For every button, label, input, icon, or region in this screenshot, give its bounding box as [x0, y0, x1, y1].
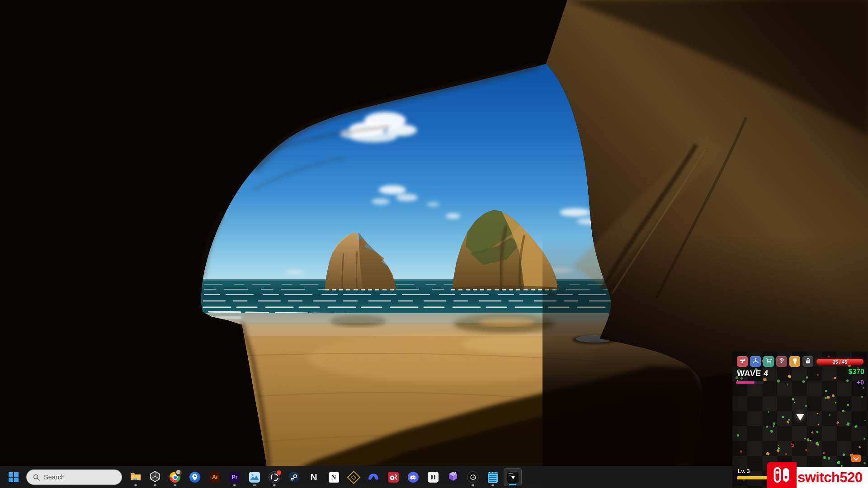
taskbar-app-diamond-app[interactable] [344, 468, 363, 486]
level-label: Lv. 3 [738, 468, 750, 474]
pickup-gold [810, 440, 811, 441]
enemy-green [788, 418, 790, 421]
enemy-green [816, 431, 819, 433]
enemy-green [825, 397, 827, 399]
nordvpn-icon [368, 470, 379, 484]
health-bar: 35 / 45 [816, 359, 863, 365]
pickup-gold [827, 396, 830, 399]
enemy-green [766, 425, 769, 428]
enemy-green [816, 441, 819, 445]
enemy-red [817, 374, 819, 376]
taskbar-app-gift-app[interactable] [444, 468, 462, 486]
running-indicator [509, 484, 516, 485]
watermark: switch520 [767, 462, 868, 488]
enemy-green [823, 456, 826, 459]
enemy-green [805, 405, 807, 407]
adobe-pr-icon: Pr [229, 472, 240, 483]
nintendo-switch-logo-icon [767, 462, 797, 488]
taskbar-app-obs-studio[interactable] [265, 468, 283, 486]
game-toolbar-upgrades-button[interactable] [750, 356, 761, 367]
red-disc-icon [388, 472, 399, 483]
pickup-gold [831, 394, 835, 398]
taskbar-app-notion[interactable]: N [325, 468, 343, 486]
enemy-green [846, 422, 850, 426]
game-toolbar-skills-button[interactable] [776, 356, 787, 367]
enemy-green [782, 416, 784, 418]
unity-icon [467, 471, 479, 483]
pickup-gold [833, 377, 836, 380]
running-indicator [233, 484, 236, 486]
enemy-red [740, 450, 742, 453]
enemy-green [807, 438, 810, 441]
enemy-green [861, 395, 863, 398]
running-indicator [472, 484, 474, 486]
currency-value: $370 [848, 368, 864, 376]
chevron-down-icon[interactable] [851, 455, 861, 462]
taskbar-app-nordvpn[interactable] [364, 468, 382, 486]
purple-box-icon [447, 470, 459, 484]
game-overlay-window[interactable]: 5 35 / 45 $370 +0 WAVE 4 Lv. 3 switch520 [732, 352, 868, 488]
taskbar-app-illustrator[interactable]: Ai [206, 468, 224, 486]
taskbar-app-n-app[interactable]: N [305, 468, 323, 486]
taskbar-app-chrome[interactable] [166, 468, 184, 486]
enemy-green [842, 410, 844, 413]
taskbar-app-discord[interactable] [404, 468, 422, 486]
pickup-gold [859, 446, 861, 448]
notion-icon: N [328, 472, 340, 483]
running-indicator [253, 484, 256, 486]
start-button[interactable] [5, 468, 23, 486]
pickup-gold [776, 449, 779, 452]
wave-progress-bar [736, 381, 764, 384]
pickup-gold [766, 452, 770, 455]
enemy-green [792, 398, 794, 401]
taskbar-app-unity-editor[interactable] [464, 468, 482, 486]
enemy-green [802, 380, 806, 383]
taskbar-app-socket-app[interactable] [424, 468, 442, 486]
taskbar-app-blue-pin-app[interactable] [186, 468, 204, 486]
photos-icon [249, 472, 260, 483]
taskbar-app-file-explorer[interactable] [127, 468, 145, 486]
enemy-green [846, 379, 849, 382]
taskbar-app-photos[interactable] [245, 468, 264, 486]
game-toolbar-weapon-button[interactable] [737, 356, 748, 367]
game-toolbar [737, 356, 813, 367]
enemy-red [823, 452, 825, 455]
notification-badge [277, 470, 281, 475]
taskbar-app-steam[interactable] [285, 468, 303, 486]
taskbar-app-unity-hub[interactable] [146, 468, 164, 486]
gold-diamond-icon [349, 473, 359, 482]
pickup-gold [786, 421, 789, 424]
search-icon [33, 474, 40, 481]
enemy-green [827, 457, 830, 460]
taskbar-app-notepad[interactable] [484, 468, 502, 486]
enemy-red [805, 449, 808, 451]
discord-icon [408, 472, 419, 483]
search-input[interactable]: Search [26, 469, 122, 485]
game-toolbar-light-button[interactable] [789, 356, 800, 367]
running-indicator [273, 484, 276, 486]
notepad-icon [488, 472, 498, 483]
taskbar-app-game-window[interactable] [504, 468, 522, 486]
adobe-ai-icon: Ai [209, 472, 220, 483]
enemy-green [854, 425, 858, 428]
pickup-gold [788, 374, 792, 378]
pickup-gold [817, 424, 820, 426]
atom-icon [752, 357, 759, 366]
white-socket-icon [428, 472, 439, 483]
enemy-green [846, 404, 849, 406]
taskbar-app-recorder-app[interactable] [384, 468, 402, 486]
enemy-green [778, 447, 780, 450]
enemy-green [863, 438, 866, 441]
running-indicator [134, 484, 137, 486]
enemy-red [836, 422, 839, 425]
enemy-red [778, 444, 780, 446]
game-toolbar-locked-button[interactable] [802, 356, 813, 367]
enemy-green [829, 414, 831, 416]
enemy-green [773, 422, 775, 425]
wave-label: WAVE 4 [736, 369, 769, 378]
game-toolbar-shop-button[interactable] [763, 356, 774, 367]
desktop: Search AiPrNN 5 35 / 45 $370 +0 WAVE 4 L… [0, 0, 868, 488]
taskbar-app-premiere[interactable]: Pr [226, 468, 244, 486]
white-n-icon: N [308, 472, 319, 483]
enemy-green [773, 425, 775, 427]
